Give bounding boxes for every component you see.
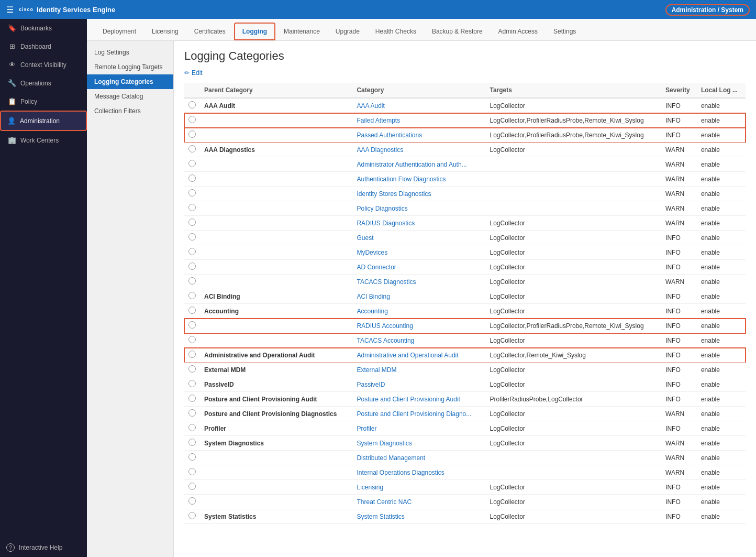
row-radio[interactable] xyxy=(188,365,196,373)
cell-category[interactable]: AD Connector xyxy=(352,260,485,275)
cell-category[interactable]: Failed Attempts xyxy=(352,113,485,128)
sidebar-item-bookmarks[interactable]: 🔖 Bookmarks xyxy=(0,19,87,37)
cell-category[interactable]: Posture and Client Provisioning Audit xyxy=(352,392,485,407)
cell-category[interactable]: ACI Binding xyxy=(352,289,485,304)
cell-category[interactable]: Administrative and Operational Audit xyxy=(352,348,485,363)
cell-targets: LogCollector xyxy=(485,275,661,289)
row-radio[interactable] xyxy=(188,130,196,138)
sub-item-logging-categories[interactable]: Logging Categories xyxy=(87,74,173,89)
row-radio[interactable] xyxy=(188,292,196,299)
row-radio[interactable] xyxy=(188,468,196,475)
tab-backup-restore[interactable]: Backup & Restore xyxy=(425,24,490,40)
row-radio[interactable] xyxy=(188,512,196,519)
row-radio[interactable] xyxy=(188,248,196,255)
tab-upgrade[interactable]: Upgrade xyxy=(328,24,367,40)
cell-category[interactable]: RADIUS Diagnostics xyxy=(352,216,485,231)
cell-category[interactable]: RADIUS Accounting xyxy=(352,319,485,333)
tab-admin-access[interactable]: Admin Access xyxy=(491,24,545,40)
sidebar-item-policy[interactable]: 📋 Policy xyxy=(0,92,87,111)
cell-severity: WARN xyxy=(661,216,697,231)
tab-health-checks[interactable]: Health Checks xyxy=(368,24,424,40)
sub-item-message-catalog[interactable]: Message Catalog xyxy=(87,89,173,104)
row-radio[interactable] xyxy=(188,380,196,387)
row-radio[interactable] xyxy=(188,160,196,167)
sidebar-item-work-centers[interactable]: 🏢 Work Centers xyxy=(0,131,87,149)
cell-category[interactable]: Threat Centric NAC xyxy=(352,495,485,509)
row-radio[interactable] xyxy=(188,219,196,226)
tab-maintenance[interactable]: Maintenance xyxy=(276,24,327,40)
cell-category[interactable]: Passed Authentications xyxy=(352,128,485,143)
row-radio[interactable] xyxy=(188,351,196,358)
cell-targets: LogCollector xyxy=(485,436,661,451)
cell-category[interactable]: Accounting xyxy=(352,304,485,319)
cell-category[interactable]: Distributed Management xyxy=(352,451,485,465)
cell-category[interactable]: MyDevices xyxy=(352,245,485,260)
cell-category[interactable]: Guest xyxy=(352,231,485,245)
sub-item-collection-filters[interactable]: Collection Filters xyxy=(87,104,173,118)
cell-category[interactable]: AAA Audit xyxy=(352,98,485,113)
cell-severity: WARN xyxy=(661,407,697,421)
cell-targets: LogCollector xyxy=(485,98,661,113)
table-row: Posture and Client Provisioning Diagnost… xyxy=(184,407,746,421)
tab-deployment[interactable]: Deployment xyxy=(95,24,143,40)
row-radio[interactable] xyxy=(188,395,196,402)
cell-category[interactable]: Identity Stores Diagnostics xyxy=(352,187,485,201)
sidebar-item-administration[interactable]: 👤 Administration xyxy=(0,111,87,131)
row-radio[interactable] xyxy=(188,189,196,196)
row-radio[interactable] xyxy=(188,409,196,417)
tab-settings[interactable]: Settings xyxy=(546,24,583,40)
cell-category[interactable]: System Diagnostics xyxy=(352,436,485,451)
tab-logging[interactable]: Logging xyxy=(234,23,275,40)
cell-category[interactable]: TACACS Diagnostics xyxy=(352,275,485,289)
cell-category[interactable]: External MDM xyxy=(352,363,485,377)
cell-category[interactable]: Authentication Flow Diagnostics xyxy=(352,172,485,187)
cell-targets: LogCollector xyxy=(485,377,661,392)
cell-severity: INFO xyxy=(661,333,697,348)
cell-category[interactable]: TACACS Accounting xyxy=(352,333,485,348)
row-radio[interactable] xyxy=(188,307,196,314)
row-radio[interactable] xyxy=(188,439,196,446)
tab-licensing[interactable]: Licensing xyxy=(144,24,186,40)
cell-category[interactable]: PassiveID xyxy=(352,377,485,392)
cell-category[interactable]: Profiler xyxy=(352,421,485,436)
cell-category[interactable]: Posture and Client Provisioning Diagno..… xyxy=(352,407,485,421)
cell-category[interactable]: Licensing xyxy=(352,480,485,495)
row-radio[interactable] xyxy=(188,263,196,270)
row-radio[interactable] xyxy=(188,453,196,461)
cell-targets xyxy=(485,451,661,465)
row-radio[interactable] xyxy=(188,497,196,505)
sub-item-log-settings[interactable]: Log Settings xyxy=(87,45,173,60)
row-radio[interactable] xyxy=(188,174,196,182)
row-radio[interactable] xyxy=(188,483,196,490)
sidebar-item-operations[interactable]: 🔧 Operations xyxy=(0,74,87,92)
cell-local-log: enable xyxy=(697,421,746,436)
row-radio[interactable] xyxy=(188,336,196,343)
cell-targets xyxy=(485,201,661,216)
interactive-help[interactable]: ? Interactive Help xyxy=(0,538,87,557)
row-radio[interactable] xyxy=(188,101,196,108)
content-area: Log Settings Remote Logging Targets Logg… xyxy=(87,41,756,557)
sidebar-item-context-visibility[interactable]: 👁 Context Visibility xyxy=(0,56,87,74)
cell-parent xyxy=(200,275,352,289)
row-radio[interactable] xyxy=(188,233,196,241)
cell-category[interactable]: AAA Diagnostics xyxy=(352,143,485,157)
cell-severity: INFO xyxy=(661,377,697,392)
row-radio[interactable] xyxy=(188,145,196,152)
row-radio[interactable] xyxy=(188,116,196,123)
edit-button[interactable]: ✏ Edit xyxy=(184,69,746,77)
row-radio[interactable] xyxy=(188,321,196,329)
sub-item-remote-logging[interactable]: Remote Logging Targets xyxy=(87,60,173,74)
row-radio[interactable] xyxy=(188,424,196,431)
cell-category[interactable]: Internal Operations Diagnostics xyxy=(352,465,485,480)
row-radio[interactable] xyxy=(188,277,196,285)
cell-severity: WARN xyxy=(661,465,697,480)
tab-certificates[interactable]: Certificates xyxy=(187,24,233,40)
cell-targets: LogCollector xyxy=(485,216,661,231)
cell-category[interactable]: System Statistics xyxy=(352,509,485,524)
row-radio[interactable] xyxy=(188,204,196,211)
cell-category[interactable]: Policy Diagnostics xyxy=(352,201,485,216)
sidebar-item-dashboard[interactable]: ⊞ Dashboard xyxy=(0,37,87,56)
cell-category[interactable]: Administrator Authentication and Auth... xyxy=(352,157,485,172)
cell-parent: AAA Diagnostics xyxy=(200,143,352,157)
hamburger-icon[interactable]: ☰ xyxy=(6,5,14,15)
